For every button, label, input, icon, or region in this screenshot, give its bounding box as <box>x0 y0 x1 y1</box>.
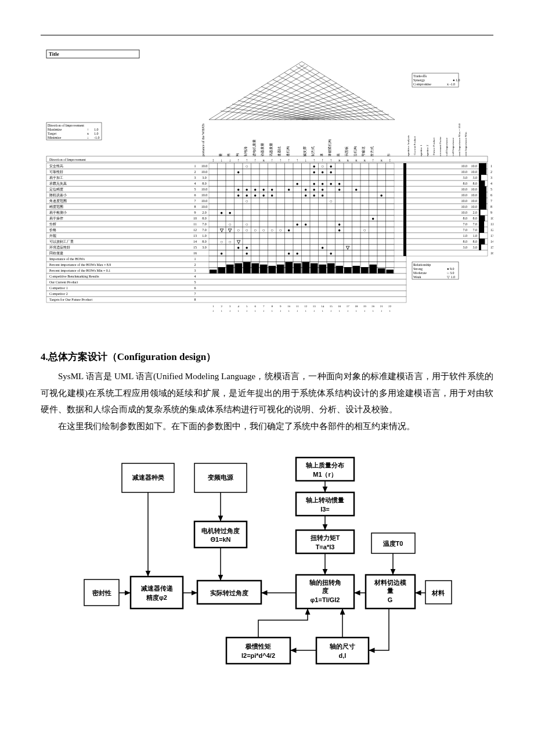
svg-text:可靠性好: 可靠性好 <box>49 170 63 174</box>
svg-text:16: 16 <box>338 305 341 308</box>
svg-text:○: ○ <box>220 239 223 244</box>
document-page: Title Tradeoffs Synergy● 1.0 Compr <box>0 0 534 742</box>
svg-rect-571 <box>46 239 488 244</box>
svg-text:度: 度 <box>322 587 329 594</box>
svg-text:5: 5 <box>490 188 492 191</box>
svg-text:16: 16 <box>193 251 197 255</box>
svg-text:1: 1 <box>194 164 196 168</box>
svg-rect-772 <box>286 262 293 273</box>
qfd-roof <box>209 62 395 120</box>
box-mass-dist: 轴上质量分布 <box>305 462 344 469</box>
legend-relationship: Relationship Strong● 9.0 Moderate○ 3.0 W… <box>412 262 459 279</box>
svg-text:↕: ↕ <box>364 309 366 312</box>
svg-text:●: ● <box>321 193 324 198</box>
svg-rect-766 <box>235 263 243 273</box>
svg-text:●: ● <box>321 187 324 192</box>
svg-rect-366 <box>46 204 488 210</box>
svg-text:2: 2 <box>194 263 196 267</box>
svg-text:7.0: 7.0 <box>202 222 207 226</box>
svg-text:定位精度: 定位精度 <box>49 187 63 191</box>
svg-text:19: 19 <box>363 305 367 308</box>
svg-text:Targets for Our Future Product: Targets for Our Future Product <box>49 298 92 301</box>
svg-text:10.0: 10.0 <box>201 205 208 208</box>
box-reducer-type: 减速器种类 <box>132 474 164 481</box>
box-actual-angle: 实际转过角度 <box>210 589 248 596</box>
svg-text:10.0: 10.0 <box>201 164 208 168</box>
svg-text:●: ● <box>220 251 223 256</box>
svg-text:3.0: 3.0 <box>473 246 478 249</box>
svg-text:●: ● <box>338 187 341 192</box>
svg-rect-540 <box>46 233 488 239</box>
svg-rect-215 <box>46 181 488 186</box>
svg-text:3: 3 <box>194 176 196 179</box>
svg-text:●: ● <box>287 228 290 233</box>
svg-text:2: 2 <box>490 170 492 174</box>
svg-rect-764 <box>218 267 226 273</box>
svg-rect-778 <box>336 266 344 273</box>
svg-text:↕: ↕ <box>255 309 257 312</box>
svg-text:10.0: 10.0 <box>461 211 468 214</box>
svg-text:T=a*I3: T=a*I3 <box>316 543 335 550</box>
svg-text:↕: ↕ <box>221 309 223 312</box>
svg-rect-251 <box>46 186 488 192</box>
svg-text:14: 14 <box>321 305 324 308</box>
svg-rect-566 <box>403 233 406 239</box>
svg-rect-763 <box>210 269 217 273</box>
svg-text:Percent Importance Min: Percent Importance Min <box>464 132 467 160</box>
qfd-title: Title <box>49 51 59 57</box>
svg-text:G: G <box>388 596 393 603</box>
svg-text:8: 8 <box>194 298 196 301</box>
svg-rect-328 <box>403 192 406 198</box>
header-rule <box>41 35 493 35</box>
svg-text:3.0: 3.0 <box>463 176 468 179</box>
svg-rect-392 <box>403 204 406 210</box>
svg-text:易于检测小: 易于检测小 <box>49 211 67 214</box>
svg-rect-767 <box>243 262 251 273</box>
svg-text:1.0: 1.0 <box>463 234 468 237</box>
svg-text:I2=pi*d^4/2: I2=pi*d^4/2 <box>241 652 275 659</box>
svg-text:↕: ↕ <box>288 309 290 312</box>
svg-text:↕: ↕ <box>356 309 358 312</box>
box-material: 材料 <box>431 589 445 596</box>
svg-rect-757 <box>46 291 406 297</box>
svg-rect-498 <box>46 227 488 233</box>
svg-text:10.0: 10.0 <box>201 199 208 203</box>
svg-text:7: 7 <box>263 305 265 308</box>
svg-text:○: ○ <box>246 199 248 204</box>
svg-text:↑: ↑ <box>254 158 257 163</box>
svg-text:M1（r）: M1（r） <box>313 471 337 478</box>
svg-text:3.0: 3.0 <box>202 176 207 179</box>
svg-text:●: ● <box>338 222 341 227</box>
svg-text:4: 4 <box>490 182 492 185</box>
svg-text:Competitor 2: Competitor 2 <box>49 292 68 296</box>
box-shear: 材料切边模 <box>374 579 407 586</box>
svg-line-29 <box>232 104 319 120</box>
svg-text:17: 17 <box>347 305 350 308</box>
svg-text:16: 16 <box>490 251 493 255</box>
svg-text:7.0: 7.0 <box>463 222 468 226</box>
svg-rect-784 <box>387 269 394 273</box>
svg-text:●: ● <box>287 251 290 256</box>
svg-text:x: x <box>87 132 89 135</box>
svg-text:↓: ↓ <box>229 158 232 163</box>
svg-text:● 1.0: ● 1.0 <box>453 78 460 82</box>
svg-text:○: ○ <box>246 222 248 227</box>
svg-text:↑: ↑ <box>288 158 290 163</box>
svg-text:10.0: 10.0 <box>201 188 208 191</box>
svg-text:↕: ↕ <box>263 309 265 312</box>
svg-text:18: 18 <box>355 305 358 308</box>
svg-text:x: x <box>338 158 341 163</box>
svg-rect-779 <box>344 267 352 273</box>
svg-text:●: ● <box>313 164 316 169</box>
svg-text:8.0: 8.0 <box>463 217 468 220</box>
svg-text:10.0: 10.0 <box>461 170 468 174</box>
svg-text:○ 3.0: ○ 3.0 <box>447 271 454 275</box>
box-reducer-acc: 减速器传递 <box>141 585 174 592</box>
svg-text:环境适应性好: 环境适应性好 <box>49 245 70 249</box>
svg-text:2: 2 <box>194 170 196 174</box>
svg-text:●: ● <box>355 187 358 192</box>
svg-rect-635 <box>403 244 406 250</box>
svg-text:15: 15 <box>490 246 493 249</box>
svg-text:8.0: 8.0 <box>202 240 207 243</box>
svg-text:10.0: 10.0 <box>471 199 478 203</box>
